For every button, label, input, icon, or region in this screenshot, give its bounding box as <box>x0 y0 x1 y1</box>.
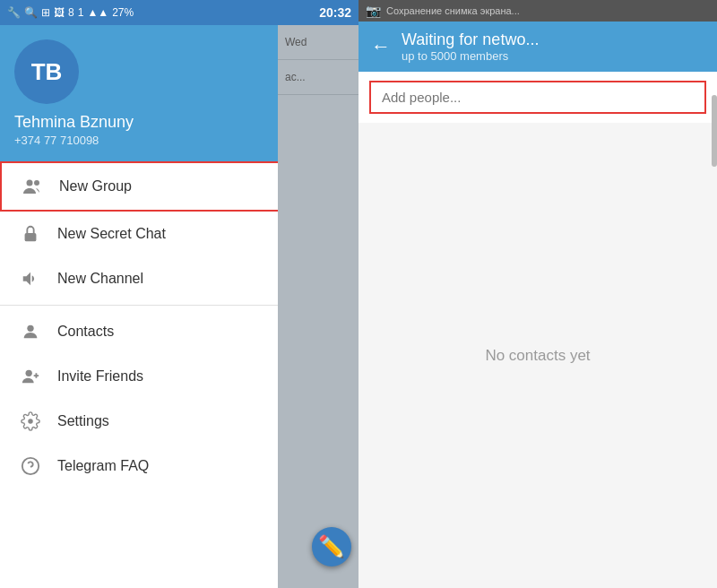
new-group-label: New Group <box>59 178 132 195</box>
signal-bars: ▲▲ <box>87 6 108 19</box>
status-bar: 🔧 🔍 ⊞ 🖼 8 1 ▲▲ 27% 20:32 <box>0 0 358 25</box>
status-time: 20:32 <box>319 5 351 20</box>
no-contacts-text: No contacts yet <box>358 123 717 588</box>
sim-icon: 1 <box>78 6 84 19</box>
search-status-icon: 🔍 <box>24 6 38 19</box>
telegram-faq-label: Telegram FAQ <box>57 458 149 474</box>
image-icon: 🖼 <box>54 6 65 19</box>
contacts-label: Contacts <box>57 324 114 340</box>
new-secret-chat-label: New Secret Chat <box>57 226 166 242</box>
chat-item-2: ac... <box>278 60 358 95</box>
settings-label: Settings <box>57 413 109 429</box>
megaphone-icon <box>14 269 47 289</box>
wrench-icon: 🔧 <box>7 6 21 19</box>
gear-icon <box>14 411 47 431</box>
camera-icon: 📷 <box>366 4 381 18</box>
battery-text: 27% <box>112 6 134 19</box>
back-arrow-icon[interactable]: ← <box>371 35 391 58</box>
svg-point-1 <box>34 180 39 186</box>
svg-point-0 <box>27 180 33 186</box>
new-channel-label: New Channel <box>57 271 143 287</box>
right-header-title: Waiting for netwo... <box>402 30 704 49</box>
right-header-subtitle: up to 5000 members <box>402 49 704 63</box>
contact-icon <box>14 322 47 342</box>
right-status-bar: 📷 Сохранение снимка экрана... <box>358 0 717 22</box>
badge-icon: 8 <box>68 6 74 19</box>
profile-phone: +374 77 710098 <box>14 134 134 147</box>
right-panel: 📷 Сохранение снимка экрана... ← Waiting … <box>358 0 717 588</box>
question-icon <box>14 456 47 476</box>
right-header: ← Waiting for netwo... up to 5000 member… <box>358 22 717 72</box>
chat-item-1: Wed <box>278 25 358 60</box>
add-people-container <box>358 72 717 123</box>
add-person-icon <box>14 367 47 386</box>
compose-fab[interactable]: ✏️ <box>312 527 351 566</box>
lock-icon <box>14 224 47 244</box>
right-scrollbar[interactable] <box>712 95 717 167</box>
invite-friends-label: Invite Friends <box>57 368 143 385</box>
add-people-input[interactable] <box>369 81 706 114</box>
avatar: TB <box>14 39 79 104</box>
svg-point-4 <box>26 370 32 376</box>
svg-point-5 <box>28 419 33 424</box>
chat-list-partial: Wed ac... <box>278 25 358 588</box>
profile-name: Tehmina Bznuny <box>14 113 134 132</box>
group-icon <box>16 176 48 197</box>
status-bar-left-icons: 🔧 🔍 ⊞ 🖼 8 1 ▲▲ 27% <box>7 6 134 19</box>
svg-rect-2 <box>25 233 37 241</box>
edit-icon: ✏️ <box>318 534 345 559</box>
grid-icon: ⊞ <box>41 6 50 19</box>
svg-point-3 <box>27 325 33 332</box>
right-status-text: Сохранение снимка экрана... <box>386 5 520 16</box>
